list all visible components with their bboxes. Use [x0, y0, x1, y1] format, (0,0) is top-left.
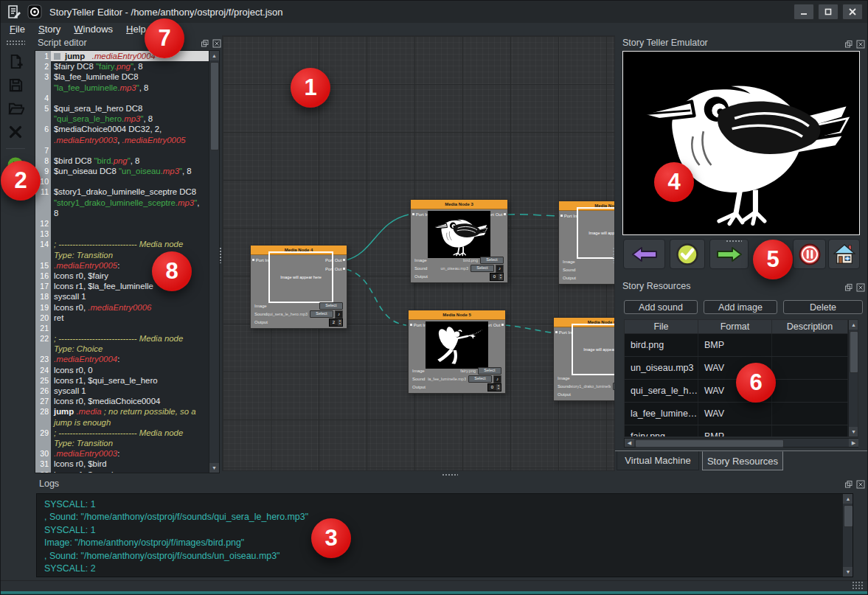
editor-line[interactable]: 11$story1_drako_luminelle_sceptre DC8: [35, 187, 209, 197]
tab-virtual-machine[interactable]: Virtual Machine: [617, 451, 699, 470]
delete-button[interactable]: Delete: [783, 300, 863, 314]
editor-line[interactable]: 6$mediaChoice0004 DC32, 2,: [35, 124, 209, 134]
table-row[interactable]: fairy.pngBMP: [625, 425, 858, 437]
editor-line[interactable]: 13: [35, 229, 209, 239]
scroll-left-icon[interactable]: ◀: [625, 439, 634, 447]
play-sound-icon[interactable]: ♪: [493, 375, 501, 383]
editor-line[interactable]: Type: Transition: [35, 438, 209, 448]
select-sound-button[interactable]: Select: [310, 310, 333, 318]
editor-line[interactable]: 22; ---------------------------- Media n…: [35, 333, 209, 344]
float-icon[interactable]: [201, 38, 209, 46]
toolbar-close-project-button[interactable]: [5, 122, 26, 142]
editor-line[interactable]: 20ret: [35, 313, 209, 323]
toolbar-new-script-button[interactable]: [5, 51, 26, 72]
toolbar-run-button[interactable]: [5, 155, 26, 175]
close-icon[interactable]: [856, 38, 865, 47]
port-in[interactable]: Port In: [252, 258, 268, 263]
menu-story[interactable]: Story: [38, 24, 60, 35]
scroll-up-icon[interactable]: ▲: [209, 51, 219, 60]
scroll-down-icon[interactable]: ▼: [843, 567, 853, 577]
spinner-arrows-icon[interactable]: ▲▼: [499, 274, 503, 280]
editor-line[interactable]: 30.mediaEntry0003:: [35, 448, 209, 459]
resources-table[interactable]: FileFormatDescription bird.pngBMPun_oise…: [624, 319, 858, 437]
output-spinner[interactable]: 0▲▼: [487, 383, 501, 392]
scroll-up-icon[interactable]: ▲: [849, 320, 858, 330]
tab-story-resources[interactable]: Story Resources: [702, 451, 783, 470]
editor-line[interactable]: "qui_sera_le_hero.mp3", 8: [35, 114, 209, 124]
column-header-description[interactable]: Description: [772, 320, 848, 333]
port-in[interactable]: Port In: [560, 214, 577, 219]
select-sound-button[interactable]: Select: [468, 375, 492, 383]
editor-line[interactable]: 21: [35, 323, 209, 333]
editor-line[interactable]: 5$qui_sera_le_hero DC8: [35, 103, 209, 114]
toolbar-drag-handle[interactable]: [6, 40, 25, 45]
scrollbar-thumb[interactable]: [635, 439, 784, 448]
output-spinner[interactable]: 0▲▼: [490, 273, 504, 281]
splitter-canvas-logs[interactable]: [442, 473, 458, 476]
output-spinner[interactable]: 2▲▼: [329, 319, 343, 327]
editor-line[interactable]: 10: [35, 176, 209, 187]
editor-line[interactable]: jump is enough: [35, 417, 209, 428]
play-sound-icon[interactable]: ♪: [335, 310, 343, 319]
ok-button[interactable]: [670, 239, 705, 269]
resize-grip[interactable]: [852, 581, 864, 591]
select-image-button[interactable]: Select: [478, 367, 501, 375]
editor-line[interactable]: 8$bird DC8 "bird.png", 8: [35, 156, 209, 166]
editor-line[interactable]: 29; ---------------------------- Media n…: [35, 428, 209, 438]
editor-line[interactable]: 18syscall 1: [35, 291, 209, 302]
story-node-canvas[interactable]: Media Node 4 Port InPort Out Port Out Im…: [222, 35, 615, 471]
pause-button[interactable]: [793, 239, 826, 269]
close-button[interactable]: [842, 4, 863, 20]
editor-line[interactable]: 26syscall 1: [35, 386, 209, 396]
float-icon[interactable]: [844, 479, 853, 487]
editor-line[interactable]: 23.mediaEntry0004:: [35, 354, 209, 364]
editor-line[interactable]: 1jump .mediaEntry0004: [35, 51, 209, 61]
editor-line[interactable]: 25lcons r1, $qui_sera_le_hero: [35, 375, 209, 386]
media-node-title[interactable]: Media Node 5: [409, 310, 505, 320]
editor-line[interactable]: .mediaEntry0003, .mediaEntry0005: [35, 135, 209, 145]
table-row[interactable]: bird.pngBMP: [625, 334, 858, 357]
scrollbar-thumb[interactable]: [210, 62, 219, 150]
scroll-right-icon[interactable]: ▶: [849, 439, 858, 447]
scroll-down-icon[interactable]: ▼: [849, 427, 858, 436]
select-image-button[interactable]: Select: [319, 302, 343, 310]
editor-line[interactable]: 28jump .media ; no return possible, so a: [35, 406, 209, 417]
maximize-button[interactable]: [818, 4, 839, 20]
play-sound-icon[interactable]: ♪: [496, 265, 504, 273]
table-row[interactable]: qui_sera_le_h…WAV: [625, 380, 858, 403]
close-icon[interactable]: [856, 282, 865, 290]
add-sound-button[interactable]: Add sound: [624, 300, 698, 314]
toolbar-open-button[interactable]: [5, 98, 26, 119]
float-icon[interactable]: [844, 282, 853, 290]
logs-scrollbar[interactable]: ▲ ▼: [842, 494, 853, 577]
port-in[interactable]: Port In: [410, 323, 426, 328]
toolbar-save-button[interactable]: [5, 74, 26, 95]
editor-line[interactable]: 32lcons r1, $un_oiseau: [35, 470, 209, 474]
editor-line[interactable]: 3$la_fee_luminelle DC8: [35, 72, 209, 82]
editor-line[interactable]: 8: [35, 208, 209, 218]
scrollbar-thumb[interactable]: [850, 331, 858, 373]
editor-line[interactable]: "story1_drako_luminelle_sceptre.mp3",: [35, 198, 209, 208]
editor-line[interactable]: 31lcons r0, $bird: [35, 459, 209, 469]
port-in[interactable]: Port In: [555, 330, 572, 335]
media-node[interactable]: Media Node 5 Port InPort Out Imagefairy.…: [408, 310, 506, 394]
float-icon[interactable]: [844, 38, 853, 47]
scrollbar-thumb[interactable]: [844, 505, 853, 527]
editor-line[interactable]: "la_fee_luminelle.mp3", 8: [35, 83, 209, 93]
media-node[interactable]: Media Node 3 Port InPort Out Imagebird.p…: [410, 199, 508, 283]
editor-line[interactable]: 24lcons r0, 0: [35, 365, 209, 375]
home-button[interactable]: [828, 239, 860, 269]
splitter-emulator-resources[interactable]: [726, 240, 742, 243]
editor-line[interactable]: 16lcons r0, $fairy: [35, 271, 209, 281]
select-image-button[interactable]: Select: [480, 257, 504, 264]
editor-line[interactable]: 12: [35, 218, 209, 229]
menu-file[interactable]: File: [10, 24, 25, 35]
editor-line[interactable]: 15.mediaEntry0005:: [35, 260, 209, 271]
media-node[interactable]: Media Node Port InPort Out Image will ap…: [558, 201, 615, 285]
close-icon[interactable]: [856, 479, 865, 487]
editor-line[interactable]: 4: [35, 93, 209, 103]
logs-output[interactable]: SYSCALL: 1, Sound: "/home/anthony/ostpro…: [36, 493, 853, 577]
editor-line[interactable]: 17lcons r1, $la_fee_luminelle: [35, 281, 209, 291]
script-editor[interactable]: 1jump .mediaEntry00042$fairy DC8 "fairy.…: [35, 50, 220, 473]
table-scrollbar[interactable]: ▲ ▼: [848, 320, 858, 436]
